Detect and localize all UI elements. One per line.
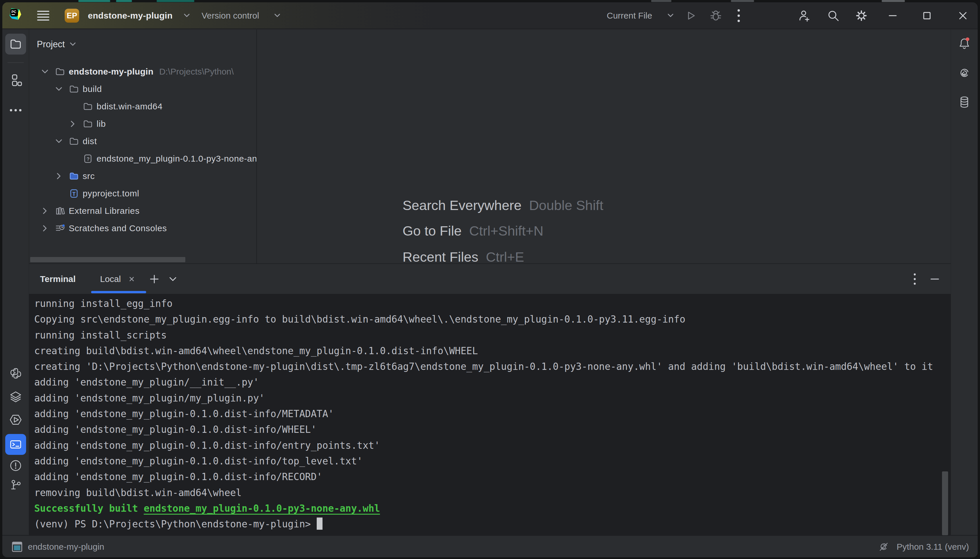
close-button[interactable] [959,2,967,29]
search-everywhere-button[interactable] [826,2,840,29]
chevron-right-icon[interactable] [42,225,48,232]
background-window-fragment [731,0,754,2]
new-terminal-button[interactable] [149,264,159,294]
run-icon [684,9,697,22]
tool-project-button[interactable] [5,34,26,55]
tree-chevron-box [68,101,78,112]
tool-terminal-button[interactable] [5,434,26,455]
tree-label: build [83,84,102,94]
ai-assistant-button[interactable] [954,63,975,84]
tree-row-Scratches and Consoles[interactable]: Scratches and Consoles [29,220,256,237]
tree-row-dist[interactable]: dist [29,132,256,150]
terminal-tab-local[interactable]: Local [100,264,135,294]
terminal-line: running install_egg_info [34,296,951,311]
tree-chevron-box [54,171,64,181]
close-tab-icon[interactable] [129,276,135,282]
chevron-down-icon[interactable] [41,69,49,74]
code-with-me-button[interactable] [798,2,811,29]
tree-chevron-box [68,154,78,164]
tree-label: src [83,171,95,181]
database-button[interactable] [954,92,975,112]
folder-icon [69,136,79,146]
terminal-cursor [317,518,322,530]
main-menu-button[interactable] [37,2,49,29]
database-icon [957,95,972,109]
close-icon [959,12,967,20]
tool-problems-button[interactable] [5,455,26,476]
problems-icon [8,458,23,473]
svg-text:T: T [73,191,76,197]
search-icon [826,9,840,22]
project-name: endstone-my-plugin [88,11,173,21]
background-window-fragment [78,0,110,2]
project-window-icon [12,541,23,552]
tree-label: pyproject.toml [83,189,139,198]
project-widget[interactable]: endstone-my-plugin [88,2,173,29]
vcs-widget[interactable]: Version control [202,2,259,29]
vertical-scrollbar[interactable] [942,471,948,535]
more-actions-button[interactable] [737,2,740,29]
maximize-button[interactable] [923,2,931,29]
tree-label: Scratches and Consoles [69,223,167,233]
status-project-widget[interactable]: endstone-my-plugin [12,536,104,557]
chevron-down-icon[interactable] [55,139,63,144]
chevron-right-icon[interactable] [56,172,61,180]
pycharm-window: PC EP endstone-my-plugin Version control… [2,2,978,557]
tool-version-control-button[interactable] [5,475,26,496]
layers-icon [8,390,23,404]
tree-row-lib[interactable]: lib [29,115,256,132]
tree-row-bdist.win-amd64[interactable]: bdist.win-amd64 [29,98,256,115]
terminal-line: creating build\bdist.win-amd64\wheel\end… [34,343,951,359]
tree-row-pyproject.toml[interactable]: Tpyproject.toml [29,185,256,202]
run-button[interactable] [684,2,697,29]
chevron-right-icon[interactable] [42,207,48,215]
hide-terminal-button[interactable] [930,278,939,280]
tree-label: dist [83,136,97,146]
terminal-icon [8,437,23,452]
terminal-line: adding 'endstone_my_plugin-0.1.0.dist-in… [34,438,951,453]
minimize-icon [930,278,939,280]
tool-structure-button[interactable] [5,70,26,91]
tool-services-button[interactable] [5,386,26,407]
horizontal-scrollbar[interactable] [30,257,185,262]
terminal-line: removing build\bdist.win-amd64\wheel [34,485,951,501]
project-badge[interactable]: EP [64,9,79,23]
background-window-fragment [116,0,132,2]
tree-row-src[interactable]: src [29,167,256,185]
success-message: Successfully built [34,503,144,514]
right-activity-bar [951,30,978,535]
status-interpreter-widget[interactable]: Python 3.11 (venv) [878,536,969,557]
tree-row-build[interactable]: build [29,80,256,98]
tree-row-External Libraries[interactable]: External Libraries [29,202,256,220]
plus-icon [149,274,159,284]
notifications-button[interactable] [954,33,975,54]
terminal-link[interactable]: endstone_my_plugin-0.1.0-py3-none-any.wh… [144,503,380,514]
chevron-down-icon[interactable] [55,86,63,92]
terminal-tabs-dropdown[interactable] [169,264,177,294]
terminal-options-button[interactable] [914,273,916,285]
more-tool-windows-button[interactable] [5,100,26,121]
tree-row-endstone_my_plugin-0.1.0-py3-none-any.whl[interactable]: ?endstone_my_plugin-0.1.0-py3-none-any.w… [29,150,256,167]
folder-icon [83,119,93,129]
minimize-button[interactable] [889,2,897,29]
tool-run-button[interactable] [5,409,26,430]
terminal-line: Successfully built endstone_my_plugin-0.… [34,501,951,516]
project-panel-header[interactable]: Project [37,39,76,50]
hamburger-menu-icon [37,11,49,21]
source-folder-icon [69,171,79,181]
tree-label: lib [97,119,106,129]
debug-button[interactable] [709,2,722,29]
run-config-widget[interactable]: Current File [607,2,652,29]
terminal-line: adding 'endstone_my_plugin-0.1.0.dist-in… [34,469,951,485]
chevron-down-icon [667,13,674,18]
terminal-output[interactable]: running install_egg_infoCopying src\ends… [29,294,951,535]
tool-python-console-button[interactable] [5,363,26,384]
shortcut-action: Recent Files [403,249,478,265]
tree-chevron-box [54,136,64,147]
tree-row-endstone-my-plugin[interactable]: endstone-my-pluginD:\Projects\Python\ [29,63,256,80]
shortcut-action: Go to File [403,223,462,239]
tree-chevron-box [54,84,64,94]
chevron-right-icon[interactable] [70,120,75,127]
unknown-file-icon: ? [83,154,93,164]
settings-button[interactable] [854,2,868,29]
